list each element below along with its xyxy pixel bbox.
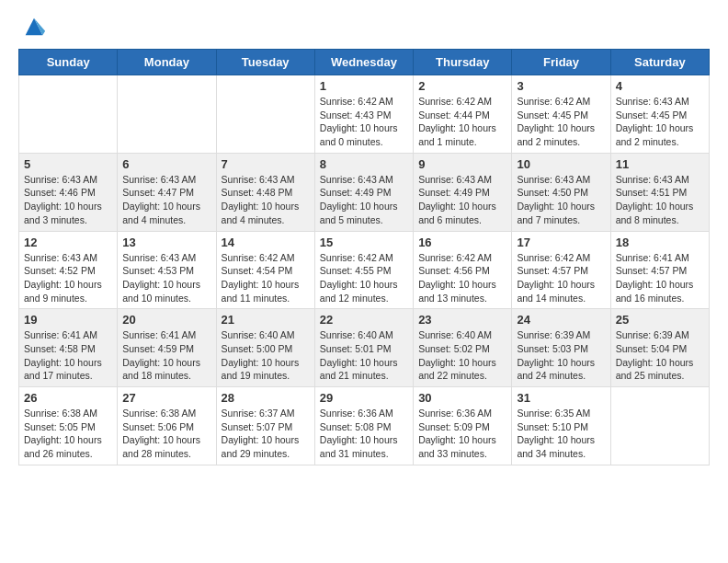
day-info: Sunrise: 6:38 AM Sunset: 5:05 PM Dayligh… [24, 407, 112, 461]
col-friday: Friday [512, 50, 610, 75]
calendar-cell: 29Sunrise: 6:36 AM Sunset: 5:08 PM Dayli… [314, 387, 413, 465]
day-info: Sunrise: 6:38 AM Sunset: 5:06 PM Dayligh… [122, 407, 210, 461]
day-info: Sunrise: 6:40 AM Sunset: 5:00 PM Dayligh… [222, 328, 310, 383]
calendar-cell: 26Sunrise: 6:38 AM Sunset: 5:05 PM Dayli… [19, 387, 118, 465]
calendar-cell: 30Sunrise: 6:36 AM Sunset: 5:09 PM Dayli… [414, 387, 512, 465]
day-number: 15 [320, 236, 408, 249]
day-number: 26 [24, 391, 112, 405]
day-number: 20 [122, 313, 210, 327]
day-info: Sunrise: 6:43 AM Sunset: 4:45 PM Dayligh… [616, 95, 704, 149]
day-info: Sunrise: 6:42 AM Sunset: 4:54 PM Dayligh… [222, 251, 310, 305]
day-info: Sunrise: 6:36 AM Sunset: 5:08 PM Dayligh… [320, 407, 408, 461]
day-number: 10 [517, 157, 605, 171]
day-info: Sunrise: 6:43 AM Sunset: 4:47 PM Dayligh… [122, 173, 210, 227]
calendar-table: Sunday Monday Tuesday Wednesday Thursday… [18, 49, 710, 465]
day-info: Sunrise: 6:36 AM Sunset: 5:09 PM Dayligh… [418, 407, 506, 461]
calendar-cell: 22Sunrise: 6:40 AM Sunset: 5:01 PM Dayli… [314, 309, 413, 387]
calendar-cell [118, 75, 216, 154]
page-header [0, 0, 728, 49]
day-number: 14 [222, 236, 310, 249]
day-info: Sunrise: 6:42 AM Sunset: 4:57 PM Dayligh… [517, 251, 605, 305]
day-number: 3 [517, 79, 605, 93]
day-number: 5 [24, 157, 112, 171]
day-number: 11 [616, 157, 704, 171]
day-number: 22 [320, 313, 408, 327]
day-number: 19 [24, 313, 112, 327]
day-info: Sunrise: 6:42 AM Sunset: 4:55 PM Dayligh… [320, 251, 408, 305]
calendar-cell: 3Sunrise: 6:42 AM Sunset: 4:45 PM Daylig… [512, 75, 610, 154]
calendar-cell: 8Sunrise: 6:43 AM Sunset: 4:49 PM Daylig… [314, 153, 413, 231]
calendar-cell: 17Sunrise: 6:42 AM Sunset: 4:57 PM Dayli… [512, 231, 610, 309]
calendar-cell: 19Sunrise: 6:41 AM Sunset: 4:58 PM Dayli… [19, 309, 118, 387]
calendar-week-row: 1Sunrise: 6:42 AM Sunset: 4:43 PM Daylig… [19, 75, 710, 154]
calendar-cell: 24Sunrise: 6:39 AM Sunset: 5:03 PM Dayli… [512, 309, 610, 387]
day-number: 23 [418, 313, 506, 327]
day-number: 29 [320, 391, 408, 405]
calendar-cell: 1Sunrise: 6:42 AM Sunset: 4:43 PM Daylig… [314, 75, 413, 154]
day-number: 30 [418, 391, 506, 405]
day-number: 17 [517, 236, 605, 249]
calendar-cell: 27Sunrise: 6:38 AM Sunset: 5:06 PM Dayli… [118, 387, 216, 465]
calendar-cell [610, 387, 709, 465]
day-number: 9 [418, 157, 506, 171]
calendar-cell: 6Sunrise: 6:43 AM Sunset: 4:47 PM Daylig… [118, 153, 216, 231]
day-number: 21 [222, 313, 310, 327]
logo-icon [21, 14, 47, 40]
calendar-cell: 10Sunrise: 6:43 AM Sunset: 4:50 PM Dayli… [512, 153, 610, 231]
day-info: Sunrise: 6:43 AM Sunset: 4:52 PM Dayligh… [24, 251, 112, 305]
col-thursday: Thursday [414, 50, 512, 75]
calendar-cell: 28Sunrise: 6:37 AM Sunset: 5:07 PM Dayli… [216, 387, 314, 465]
calendar-week-row: 5Sunrise: 6:43 AM Sunset: 4:46 PM Daylig… [19, 153, 710, 231]
day-number: 2 [418, 79, 506, 93]
day-number: 13 [122, 236, 210, 249]
day-number: 18 [616, 236, 704, 249]
calendar-cell [216, 75, 314, 154]
calendar-cell: 31Sunrise: 6:35 AM Sunset: 5:10 PM Dayli… [512, 387, 610, 465]
day-info: Sunrise: 6:42 AM Sunset: 4:45 PM Dayligh… [517, 95, 605, 149]
calendar-cell: 21Sunrise: 6:40 AM Sunset: 5:00 PM Dayli… [216, 309, 314, 387]
day-info: Sunrise: 6:43 AM Sunset: 4:49 PM Dayligh… [418, 173, 506, 227]
calendar-cell: 14Sunrise: 6:42 AM Sunset: 4:54 PM Dayli… [216, 231, 314, 309]
calendar-cell: 9Sunrise: 6:43 AM Sunset: 4:49 PM Daylig… [414, 153, 512, 231]
day-info: Sunrise: 6:43 AM Sunset: 4:48 PM Dayligh… [222, 173, 310, 227]
day-info: Sunrise: 6:43 AM Sunset: 4:50 PM Dayligh… [517, 173, 605, 227]
day-number: 12 [24, 236, 112, 249]
day-info: Sunrise: 6:42 AM Sunset: 4:56 PM Dayligh… [418, 251, 506, 305]
col-tuesday: Tuesday [216, 50, 314, 75]
day-info: Sunrise: 6:43 AM Sunset: 4:49 PM Dayligh… [320, 173, 408, 227]
col-wednesday: Wednesday [314, 50, 413, 75]
calendar-cell: 20Sunrise: 6:41 AM Sunset: 4:59 PM Dayli… [118, 309, 216, 387]
day-info: Sunrise: 6:41 AM Sunset: 4:59 PM Dayligh… [122, 328, 210, 383]
col-sunday: Sunday [19, 50, 118, 75]
day-info: Sunrise: 6:41 AM Sunset: 4:58 PM Dayligh… [24, 328, 112, 383]
calendar-cell [19, 75, 118, 154]
calendar-cell: 5Sunrise: 6:43 AM Sunset: 4:46 PM Daylig… [19, 153, 118, 231]
day-number: 8 [320, 157, 408, 171]
calendar-cell: 2Sunrise: 6:42 AM Sunset: 4:44 PM Daylig… [414, 75, 512, 154]
day-info: Sunrise: 6:37 AM Sunset: 5:07 PM Dayligh… [222, 407, 310, 461]
day-number: 1 [320, 79, 408, 93]
day-number: 28 [222, 391, 310, 405]
day-info: Sunrise: 6:39 AM Sunset: 5:03 PM Dayligh… [517, 328, 605, 383]
logo [18, 14, 47, 40]
calendar-cell: 16Sunrise: 6:42 AM Sunset: 4:56 PM Dayli… [414, 231, 512, 309]
calendar-week-row: 26Sunrise: 6:38 AM Sunset: 5:05 PM Dayli… [19, 387, 710, 465]
calendar-cell: 7Sunrise: 6:43 AM Sunset: 4:48 PM Daylig… [216, 153, 314, 231]
day-number: 4 [616, 79, 704, 93]
day-info: Sunrise: 6:43 AM Sunset: 4:46 PM Dayligh… [24, 173, 112, 227]
calendar-cell: 11Sunrise: 6:43 AM Sunset: 4:51 PM Dayli… [610, 153, 709, 231]
calendar-cell: 12Sunrise: 6:43 AM Sunset: 4:52 PM Dayli… [19, 231, 118, 309]
col-saturday: Saturday [610, 50, 709, 75]
day-info: Sunrise: 6:42 AM Sunset: 4:44 PM Dayligh… [418, 95, 506, 149]
day-number: 16 [418, 236, 506, 249]
day-info: Sunrise: 6:42 AM Sunset: 4:43 PM Dayligh… [320, 95, 408, 149]
day-info: Sunrise: 6:43 AM Sunset: 4:51 PM Dayligh… [616, 173, 704, 227]
day-number: 7 [222, 157, 310, 171]
day-info: Sunrise: 6:41 AM Sunset: 4:57 PM Dayligh… [616, 251, 704, 305]
calendar-cell: 13Sunrise: 6:43 AM Sunset: 4:53 PM Dayli… [118, 231, 216, 309]
day-info: Sunrise: 6:35 AM Sunset: 5:10 PM Dayligh… [517, 407, 605, 461]
day-number: 6 [122, 157, 210, 171]
day-number: 27 [122, 391, 210, 405]
calendar-header-row: Sunday Monday Tuesday Wednesday Thursday… [19, 50, 710, 75]
calendar-cell: 25Sunrise: 6:39 AM Sunset: 5:04 PM Dayli… [610, 309, 709, 387]
